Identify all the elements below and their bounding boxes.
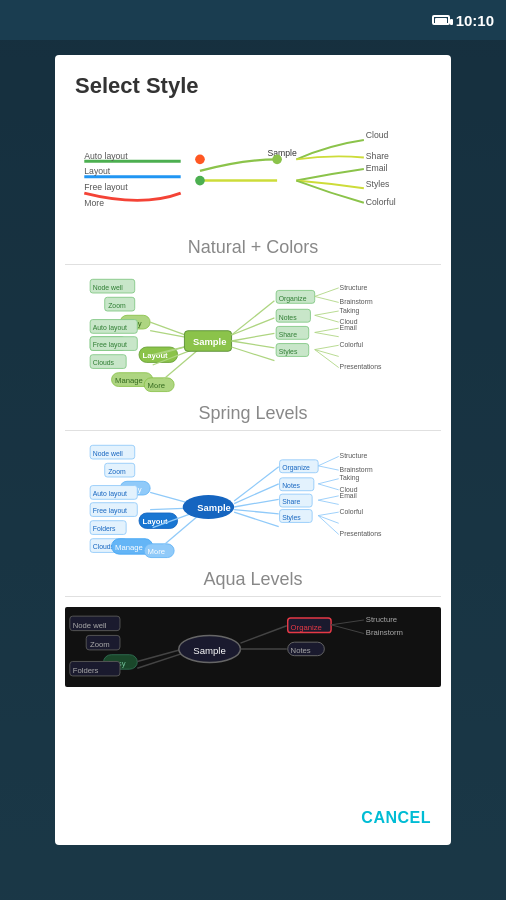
svg-text:Notes: Notes <box>279 314 297 321</box>
svg-text:Free layout: Free layout <box>93 341 127 349</box>
svg-line-111 <box>318 479 339 484</box>
svg-text:Brainstorm: Brainstorm <box>366 628 403 637</box>
svg-text:Sample: Sample <box>267 148 297 158</box>
svg-text:Auto layout: Auto layout <box>84 151 128 161</box>
svg-line-45 <box>232 347 275 361</box>
svg-line-60 <box>315 345 339 349</box>
svg-line-42 <box>232 318 275 335</box>
style-option-spring-levels-2[interactable]: Node well Zoom Easy Auto layout Free lay… <box>65 441 441 597</box>
svg-line-41 <box>232 301 275 335</box>
style-option-spring-levels[interactable]: Node well Zoom Easy Folders Clouds Manag… <box>65 275 441 431</box>
svg-text:Presentations: Presentations <box>340 530 382 537</box>
svg-text:Organize: Organize <box>291 623 322 632</box>
svg-text:Sample: Sample <box>193 336 226 347</box>
svg-text:Zoom: Zoom <box>90 640 110 649</box>
svg-text:Zoom: Zoom <box>108 468 126 475</box>
cancel-button[interactable]: CANCEL <box>357 801 435 835</box>
svg-text:Organize: Organize <box>282 464 310 472</box>
battery-icon <box>432 15 450 25</box>
svg-text:Styles: Styles <box>279 348 298 356</box>
svg-text:Auto layout: Auto layout <box>93 490 127 498</box>
svg-text:Email: Email <box>340 324 358 331</box>
svg-text:Node well: Node well <box>73 621 107 630</box>
svg-text:Sample: Sample <box>197 502 230 513</box>
svg-text:Notes: Notes <box>282 482 300 489</box>
svg-text:Zoom: Zoom <box>108 302 126 309</box>
svg-text:Email: Email <box>340 492 358 499</box>
style-label-spring-levels: Spring Levels <box>65 395 441 430</box>
svg-text:Clouds: Clouds <box>93 359 115 366</box>
svg-line-141 <box>331 620 364 625</box>
style-preview-aqua-levels: Node well Zoom Easy Folders Sample <box>65 607 441 687</box>
svg-text:Share: Share <box>279 331 297 338</box>
svg-text:Taking: Taking <box>340 307 360 315</box>
svg-text:Folders: Folders <box>73 666 99 675</box>
svg-line-110 <box>318 466 339 470</box>
svg-line-61 <box>315 350 339 357</box>
dialog-footer: CANCEL <box>55 791 451 845</box>
svg-line-54 <box>315 288 339 297</box>
svg-line-55 <box>315 296 339 302</box>
svg-text:Styles: Styles <box>366 179 390 189</box>
divider-3 <box>65 596 441 597</box>
svg-text:Colorful: Colorful <box>340 341 364 348</box>
svg-line-57 <box>315 315 339 322</box>
svg-line-117 <box>318 516 339 535</box>
svg-text:Colorful: Colorful <box>366 197 396 207</box>
svg-text:Node well: Node well <box>93 284 124 291</box>
divider-1 <box>65 264 441 265</box>
svg-line-112 <box>318 484 339 490</box>
svg-line-114 <box>318 500 339 504</box>
svg-line-62 <box>315 350 339 368</box>
svg-text:Presentations: Presentations <box>340 363 382 370</box>
svg-text:Folders: Folders <box>93 525 116 532</box>
svg-line-113 <box>318 496 339 500</box>
svg-text:Sample: Sample <box>193 645 226 656</box>
svg-line-142 <box>331 625 364 634</box>
svg-text:Layout: Layout <box>142 517 168 526</box>
svg-text:Manage: Manage <box>115 543 143 552</box>
svg-text:Free layout: Free layout <box>84 182 128 192</box>
divider-2 <box>65 430 441 431</box>
svg-text:Structure: Structure <box>366 615 397 624</box>
time: 10:10 <box>456 12 494 29</box>
svg-text:Structure: Structure <box>340 284 368 291</box>
style-label-natural-colors: Natural + Colors <box>65 229 441 264</box>
svg-text:Share: Share <box>366 151 389 161</box>
status-bar: 10:10 <box>0 0 506 40</box>
svg-line-56 <box>315 311 339 315</box>
style-preview-spring-levels-2: Node well Zoom Easy Auto layout Free lay… <box>65 441 441 561</box>
svg-text:Email: Email <box>366 163 388 173</box>
dialog-title: Select Style <box>55 55 451 109</box>
svg-text:Brainstorm: Brainstorm <box>340 466 373 473</box>
style-option-aqua-levels[interactable]: Node well Zoom Easy Folders Sample <box>65 607 441 687</box>
style-option-natural-colors[interactable]: Auto layout Layout Free layout More Samp… <box>65 109 441 265</box>
svg-line-43 <box>232 333 275 341</box>
style-label-aqua-levels: Aqua Levels <box>65 561 441 596</box>
svg-line-109 <box>318 456 339 465</box>
svg-point-10 <box>195 155 205 165</box>
svg-text:Free layout: Free layout <box>93 507 127 515</box>
svg-text:Auto layout: Auto layout <box>93 324 127 332</box>
svg-text:Brainstorm: Brainstorm <box>340 298 373 305</box>
svg-text:Organize: Organize <box>279 295 307 303</box>
svg-text:Taking: Taking <box>340 474 360 482</box>
style-preview-spring-levels: Node well Zoom Easy Folders Clouds Manag… <box>65 275 441 395</box>
svg-text:More: More <box>84 198 104 208</box>
svg-line-115 <box>318 512 339 515</box>
svg-text:More: More <box>148 547 166 556</box>
style-preview-natural-colors: Auto layout Layout Free layout More Samp… <box>65 109 441 229</box>
svg-point-12 <box>272 155 282 165</box>
svg-text:Structure: Structure <box>340 452 368 459</box>
svg-text:Node well: Node well <box>93 450 124 457</box>
svg-line-59 <box>315 332 339 336</box>
svg-text:Colorful: Colorful <box>340 508 364 515</box>
svg-text:Styles: Styles <box>282 514 301 522</box>
svg-line-137 <box>240 626 286 643</box>
svg-line-96 <box>234 467 279 501</box>
dialog-content[interactable]: Auto layout Layout Free layout More Samp… <box>55 109 451 791</box>
svg-text:Cloud: Cloud <box>366 130 389 140</box>
svg-line-116 <box>318 516 339 524</box>
svg-point-11 <box>195 176 205 186</box>
svg-line-99 <box>234 510 279 514</box>
